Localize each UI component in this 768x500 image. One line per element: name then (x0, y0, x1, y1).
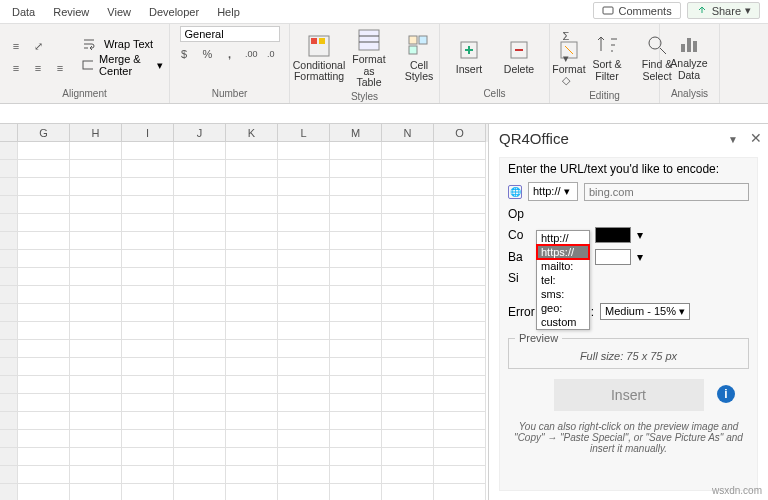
background-label: Ba (508, 250, 523, 264)
svg-rect-7 (319, 38, 325, 44)
insert-cells-button[interactable]: Insert (446, 36, 492, 78)
comma-icon[interactable]: , (220, 44, 240, 64)
menu-help[interactable]: Help (217, 6, 240, 18)
col-header[interactable]: I (122, 124, 174, 142)
format-table-button[interactable]: Format as Table (346, 26, 392, 91)
col-header[interactable]: H (70, 124, 122, 142)
decrease-decimal-icon[interactable]: .0 (264, 44, 284, 64)
svg-rect-0 (603, 7, 613, 14)
cf-icon (307, 34, 331, 58)
column-headers: G H I J K L M N O (0, 124, 488, 142)
pane-title: QR4Office (499, 130, 758, 147)
delete-cells-button[interactable]: Delete (496, 36, 542, 78)
autosum-icon[interactable]: Σ (556, 26, 576, 46)
svg-rect-11 (409, 36, 417, 44)
analyze-icon (677, 32, 701, 56)
ribbon: ≡⤢ ≡≡≡ Wrap Text Merge & Center▾ Alignme… (0, 24, 768, 104)
col-header[interactable]: G (18, 124, 70, 142)
svg-text:.0: .0 (267, 49, 275, 59)
col-header[interactable]: L (278, 124, 330, 142)
align-center-icon[interactable]: ≡ (28, 58, 48, 78)
col-header[interactable]: J (174, 124, 226, 142)
url-input[interactable] (584, 183, 749, 201)
cell-styles-button[interactable]: Cell Styles (396, 32, 442, 85)
globe-icon: 🌐 (508, 185, 522, 199)
chevron-down-icon: ▾ (157, 59, 163, 72)
svg-rect-23 (687, 38, 691, 52)
scheme-option[interactable]: geo: (537, 301, 589, 315)
size-label: Si (508, 271, 519, 285)
scheme-option[interactable]: sms: (537, 287, 589, 301)
bg-color[interactable] (595, 249, 631, 265)
merge-center-button[interactable]: Merge & Center▾ (82, 53, 163, 77)
share-button[interactable]: Share▾ (687, 2, 760, 19)
menu-data[interactable]: Data (12, 6, 35, 18)
watermark: wsxdn.com (712, 485, 762, 496)
increase-decimal-icon[interactable]: .00 (242, 44, 262, 64)
preview-label: Preview (515, 332, 562, 344)
sort-filter-button[interactable]: Sort & Filter (584, 31, 630, 84)
formula-bar[interactable] (0, 104, 768, 124)
conditional-formatting-button[interactable]: Conditional Formatting (296, 32, 342, 85)
group-label-editing: Editing (556, 90, 653, 103)
group-label-alignment: Alignment (6, 88, 163, 101)
info-icon[interactable]: i (717, 385, 735, 403)
col-header[interactable]: K (226, 124, 278, 142)
menu-developer[interactable]: Developer (149, 6, 199, 18)
svg-rect-6 (311, 38, 317, 44)
fill-icon[interactable]: ▾ (556, 48, 576, 68)
svg-text:$: $ (181, 48, 187, 60)
fg-color[interactable] (595, 227, 631, 243)
col-header[interactable]: O (434, 124, 486, 142)
insert-icon (457, 38, 481, 62)
align-top-icon[interactable]: ≡ (6, 36, 26, 56)
menu-bar: Data Review View Developer Help Comments… (0, 0, 768, 24)
svg-rect-1 (83, 61, 93, 69)
scheme-dropdown: http:// https:// mailto: tel: sms: geo: … (536, 230, 590, 330)
share-icon (696, 5, 708, 17)
wrap-icon (82, 37, 98, 51)
number-format-combo[interactable] (180, 26, 280, 42)
color-label: Co (508, 228, 523, 242)
close-icon[interactable]: ✕ (750, 130, 762, 146)
pane-menu-icon[interactable]: ▼ (728, 134, 738, 145)
svg-rect-24 (693, 41, 697, 52)
qr4office-pane: QR4Office ▼ ✕ Enter the URL/text you'd l… (488, 124, 768, 500)
delete-icon (507, 38, 531, 62)
group-label-number: Number (176, 88, 283, 101)
chevron-down-icon: ▾ (745, 4, 751, 17)
scheme-option[interactable]: custom (537, 315, 589, 329)
align-left-icon[interactable]: ≡ (6, 58, 26, 78)
scheme-option[interactable]: http:// (537, 231, 589, 245)
options-label: Op (508, 207, 524, 221)
menu-review[interactable]: Review (53, 6, 89, 18)
scheme-option-selected[interactable]: https:// (537, 245, 589, 259)
orientation-icon[interactable]: ⤢ (28, 36, 48, 56)
comment-icon (602, 5, 614, 17)
currency-icon[interactable]: $ (176, 44, 196, 64)
analyze-data-button[interactable]: Analyze Data (666, 30, 712, 83)
scheme-option[interactable]: mailto: (537, 259, 589, 273)
svg-rect-22 (681, 44, 685, 52)
sort-icon (595, 33, 619, 57)
scheme-select[interactable]: http:// ▾ (528, 182, 578, 201)
insert-button[interactable]: Insert (554, 379, 704, 411)
styles-icon (407, 34, 431, 58)
percent-icon[interactable]: % (198, 44, 218, 64)
clear-icon[interactable]: ◇ (556, 70, 576, 90)
prompt-text: Enter the URL/text you'd like to encode: (508, 162, 749, 176)
spreadsheet-grid[interactable]: G H I J K L M N O (0, 124, 488, 500)
error-correction-select[interactable]: Medium - 15% ▾ (600, 303, 690, 320)
tip-text: You can also right-click on the preview … (508, 421, 749, 454)
col-header[interactable]: N (382, 124, 434, 142)
align-right-icon[interactable]: ≡ (50, 58, 70, 78)
menu-view[interactable]: View (107, 6, 131, 18)
scheme-option[interactable]: tel: (537, 273, 589, 287)
svg-rect-8 (359, 30, 379, 50)
wrap-text-button[interactable]: Wrap Text (82, 37, 163, 51)
preview-size: Full size: 75 x 75 px (515, 350, 742, 362)
group-label-analysis: Analysis (666, 88, 713, 101)
svg-text:.00: .00 (245, 49, 258, 59)
col-header[interactable]: M (330, 124, 382, 142)
comments-button[interactable]: Comments (593, 2, 680, 19)
